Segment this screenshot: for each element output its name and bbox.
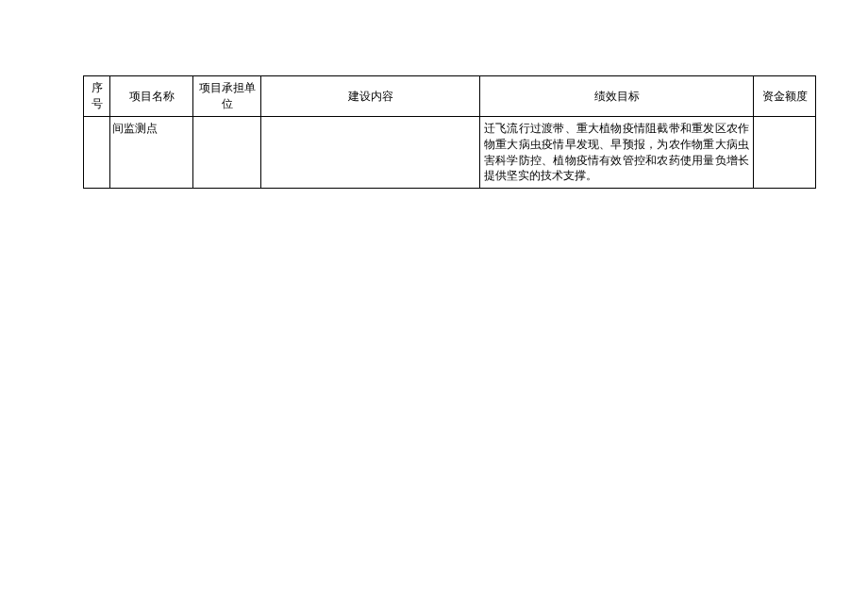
header-amount: 资金额度 [754, 76, 816, 117]
cell-amount [754, 117, 816, 189]
header-goal: 绩效目标 [480, 76, 754, 117]
table-row: 间监测点 迁飞流行过渡带、重大植物疫情阻截带和重发区农作物重大病虫疫情早发现、早… [84, 117, 816, 189]
header-unit: 项目承担单位 [193, 76, 261, 117]
table-header-row: 序号 项目名称 项目承担单位 建设内容 绩效目标 资金额度 [84, 76, 816, 117]
header-seq: 序号 [84, 76, 110, 117]
header-content: 建设内容 [261, 76, 480, 117]
cell-seq [84, 117, 110, 189]
data-table: 序号 项目名称 项目承担单位 建设内容 绩效目标 资金额度 间监测点 迁飞流行过… [83, 75, 816, 189]
cell-unit [193, 117, 261, 189]
header-name: 项目名称 [110, 76, 193, 117]
cell-name: 间监测点 [110, 117, 193, 189]
cell-goal: 迁飞流行过渡带、重大植物疫情阻截带和重发区农作物重大病虫疫情早发现、早预报，为农… [480, 117, 754, 189]
data-table-container: 序号 项目名称 项目承担单位 建设内容 绩效目标 资金额度 间监测点 迁飞流行过… [83, 75, 815, 189]
cell-content [261, 117, 480, 189]
